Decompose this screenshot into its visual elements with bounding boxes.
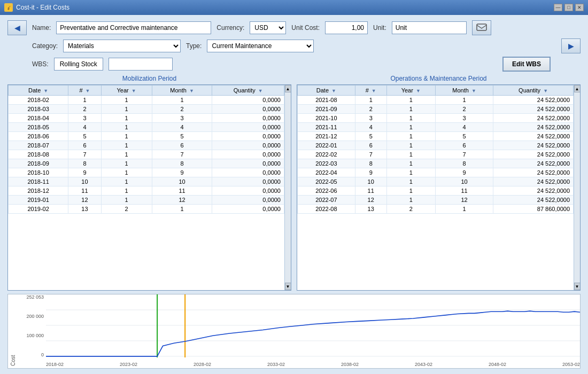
mob-cell: 11 [68,186,101,196]
category-label: Categoy: [32,42,58,50]
ops-scroll-down[interactable]: ▼ [574,283,581,290]
window-controls: — □ ✕ [554,4,584,11]
unit-cost-label: Unit Cost: [291,24,320,32]
window-title: Cost-it - Edit Costs [16,4,69,11]
svg-rect-0 [477,24,486,30]
category-select[interactable]: Materials [63,40,181,52]
mob-date-filter[interactable]: ▼ [43,88,48,94]
ops-cell: 87 860,0000 [493,205,574,214]
mob-cell: 1 [101,96,152,105]
mob-row: 2018-12111110,0000 [9,186,284,196]
ops-cell: 1 [435,96,493,105]
ops-cell: 10 [355,177,386,186]
operations-scroll[interactable]: Date ▼ # ▼ Year ▼ Month ▼ Quantity ▼ 202… [297,85,574,290]
unit-cost-input[interactable] [325,21,368,34]
ops-cell: 1 [386,159,435,168]
mob-cell: 2018-02 [9,96,68,105]
mobilization-scroll[interactable]: Date ▼ # ▼ Year ▼ Month ▼ Quantity ▼ 201… [8,85,284,290]
ops-scroll-up[interactable]: ▲ [574,85,581,92]
mob-row: 2018-087170,0000 [9,150,284,159]
mobilization-table-wrapper: Date ▼ # ▼ Year ▼ Month ▼ Quantity ▼ 201… [7,84,291,291]
mob-cell: 2018-04 [9,114,68,123]
ops-cell: 24 522,0000 [493,114,574,123]
edit-wbs-button[interactable]: Edit WBS [502,57,551,72]
mob-row: 2018-076160,0000 [9,141,284,150]
x-tick-1: 2018-02 [46,362,64,367]
ops-scrollbar[interactable]: ▲ ▼ [574,85,580,290]
ops-cell: 2021-09 [298,105,355,114]
mob-cell: 0,0000 [212,186,284,196]
mob-cell: 12 [152,196,212,205]
ops-year-filter[interactable]: ▼ [416,88,421,94]
mob-col-month: Month ▼ [152,85,212,96]
mob-scrollbar[interactable]: ▲ ▼ [284,85,291,290]
title-bar-left: 💰 Cost-it - Edit Costs [4,3,69,12]
ops-cell: 24 522,0000 [493,196,574,205]
unit-input[interactable] [392,21,467,34]
mob-cell: 1 [101,168,152,177]
ops-cell: 1 [386,196,435,205]
mob-row: 2018-032120,0000 [9,105,284,114]
ops-row: 2021-0811124 522,0000 [298,96,574,105]
maximize-button[interactable]: □ [564,4,573,11]
currency-select[interactable]: USD [250,21,286,34]
ops-cell: 24 522,0000 [493,123,574,132]
ops-cell: 3 [355,114,386,123]
mob-cell: 0,0000 [212,196,284,205]
next-button[interactable]: ▶ [561,38,581,53]
operations-table: Date ▼ # ▼ Year ▼ Month ▼ Quantity ▼ 202… [297,85,574,214]
minimize-button[interactable]: — [554,4,562,11]
mob-num-filter[interactable]: ▼ [86,88,90,94]
operations-section: Operations & Maintenance Period Date ▼ #… [297,75,581,291]
mob-cell: 2 [68,105,101,114]
name-label: Name: [32,24,51,32]
ops-cell: 2022-08 [298,205,355,214]
mob-cell: 0,0000 [212,96,284,105]
mob-month-filter[interactable]: ▼ [189,88,194,94]
ops-col-qty: Quantity ▼ [493,85,574,96]
ops-cell: 8 [435,159,493,168]
ops-cell: 5 [435,132,493,141]
ops-date-filter[interactable]: ▼ [331,88,336,94]
mob-col-date: Date ▼ [9,85,68,96]
mob-qty-filter[interactable]: ▼ [258,88,263,94]
ops-cell: 2022-03 [298,159,355,168]
ops-num-filter[interactable]: ▼ [372,88,376,94]
mob-row: 2018-109190,0000 [9,168,284,177]
ops-row: 2022-0271724 522,0000 [298,150,574,159]
mob-cell: 0,0000 [212,123,284,132]
mobilization-tbody: 2018-021110,00002018-032120,00002018-043… [9,96,284,214]
mob-cell: 8 [152,159,212,168]
mob-year-filter[interactable]: ▼ [131,88,136,94]
wbs-empty [109,58,173,71]
ops-cell: 12 [435,196,493,205]
ops-col-date: Date ▼ [298,85,355,96]
mob-cell: 0,0000 [212,141,284,150]
mob-col-qty: Quantity ▼ [212,85,284,96]
ops-cell: 1 [386,141,435,150]
mob-cell: 0,0000 [212,205,284,214]
x-axis: 2018-02 2023-02 2028-02 2033-02 2038-02 … [46,362,580,367]
ops-qty-filter[interactable]: ▼ [543,88,548,94]
mob-scroll-up[interactable]: ▲ [285,85,291,92]
mob-row: 2018-11101100,0000 [9,177,284,186]
ops-cell: 1 [386,96,435,105]
mob-cell: 1 [101,186,152,196]
type-select[interactable]: Current Maintenance [207,40,314,52]
mob-scroll-down[interactable]: ▼ [285,283,291,290]
ops-cell: 1 [386,114,435,123]
operations-tbody: 2021-0811124 522,00002021-0921224 522,00… [298,96,574,214]
mob-cell: 4 [68,123,101,132]
ops-cell: 2022-07 [298,196,355,205]
ops-row: 2022-0381824 522,0000 [298,159,574,168]
prev-button[interactable]: ◀ [7,20,27,35]
name-input[interactable] [56,21,211,34]
ops-cell: 24 522,0000 [493,186,574,196]
ops-cell: 2022-02 [298,150,355,159]
message-button[interactable] [472,20,491,35]
ops-cell: 13 [355,205,386,214]
ops-col-year: Year ▼ [386,85,435,96]
close-button[interactable]: ✕ [575,4,584,11]
ops-month-filter[interactable]: ▼ [471,88,476,94]
mob-row: 2018-021110,0000 [9,96,284,105]
